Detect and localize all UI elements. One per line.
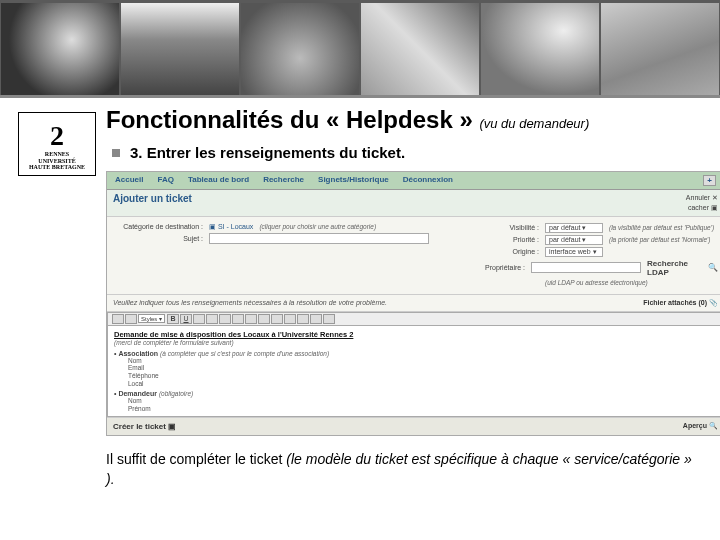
nav-bar: Accueil FAQ Tableau de bord Recherche Si… xyxy=(107,172,720,190)
tb-icon[interactable] xyxy=(284,314,296,324)
tb-icon[interactable] xyxy=(112,314,124,324)
nav-item[interactable]: Recherche xyxy=(263,175,304,186)
banner-photo xyxy=(361,3,479,95)
hide-link[interactable]: cacher xyxy=(688,204,709,211)
nav-item[interactable]: FAQ xyxy=(157,175,173,186)
subject-input[interactable] xyxy=(209,233,429,244)
origin-select[interactable]: interface web ▾ xyxy=(545,247,603,257)
attachments-link[interactable]: Fichier attachés (0) 📎 xyxy=(643,299,718,307)
category-label: Catégorie de destination : xyxy=(113,223,203,230)
banner-photo xyxy=(241,3,359,95)
editor-content[interactable]: Demande de mise à disposition des Locaux… xyxy=(107,326,720,418)
tb-icon[interactable] xyxy=(310,314,322,324)
helpdesk-screenshot: Accueil FAQ Tableau de bord Recherche Si… xyxy=(106,171,720,436)
nav-item[interactable]: Signets/Historique xyxy=(318,175,389,186)
subject-label: Sujet : xyxy=(113,235,203,242)
footer-note: Il suffit de compléter le ticket (le mod… xyxy=(106,450,720,489)
banner-photo xyxy=(121,3,239,95)
banner-photo xyxy=(601,3,719,95)
tb-bold-icon[interactable]: B xyxy=(167,314,179,324)
category-value[interactable]: ▣ SI - Locaux xyxy=(209,223,253,231)
tb-icon[interactable] xyxy=(258,314,270,324)
editor-toolbar: Styles ▾ B U xyxy=(107,312,720,326)
bullet-icon xyxy=(112,149,120,157)
bullet-item: 3. Entrer les renseignements du ticket. xyxy=(106,144,720,161)
tb-icon[interactable] xyxy=(245,314,257,324)
nav-item[interactable]: Déconnexion xyxy=(403,175,453,186)
tb-icon[interactable] xyxy=(323,314,335,324)
owner-input[interactable] xyxy=(531,262,641,273)
tb-icon[interactable] xyxy=(297,314,309,324)
priority-select[interactable]: par défaut ▾ xyxy=(545,235,603,245)
create-ticket-button[interactable]: Créer le ticket ▣ xyxy=(113,422,176,431)
nav-item[interactable]: Accueil xyxy=(115,175,143,186)
tb-icon[interactable] xyxy=(125,314,137,324)
slide-title: Fonctionnalités du « Helpdesk » (vu du d… xyxy=(106,106,720,134)
instruction-text: Veuillez indiquer tous les renseignement… xyxy=(113,299,387,307)
tb-icon[interactable] xyxy=(193,314,205,324)
panel-title: Ajouter un ticket xyxy=(113,193,192,213)
banner-collage xyxy=(0,0,720,98)
preview-button[interactable]: Aperçu 🔍 xyxy=(683,422,718,431)
banner-photo xyxy=(1,3,119,95)
tb-icon[interactable] xyxy=(206,314,218,324)
tb-icon[interactable] xyxy=(219,314,231,324)
cancel-link[interactable]: Annuler xyxy=(686,194,710,201)
tb-icon[interactable] xyxy=(271,314,283,324)
banner-photo xyxy=(481,3,599,95)
nav-item[interactable]: Tableau de bord xyxy=(188,175,249,186)
visibility-select[interactable]: par défaut ▾ xyxy=(545,223,603,233)
nav-plus-button[interactable]: + xyxy=(703,175,716,186)
style-select[interactable]: Styles ▾ xyxy=(138,314,165,323)
tb-icon[interactable] xyxy=(232,314,244,324)
university-logo: 2 RENNESUNIVERSITÉHAUTE BRETAGNE xyxy=(18,112,96,176)
ldap-search-link[interactable]: Recherche LDAP xyxy=(647,259,702,277)
tb-underline-icon[interactable]: U xyxy=(180,314,192,324)
